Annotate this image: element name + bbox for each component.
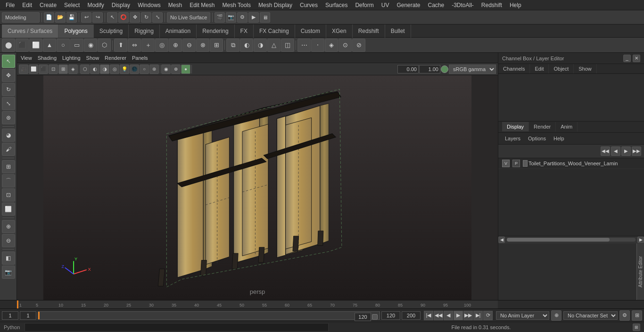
open-file-btn[interactable]: 📂: [55, 12, 66, 23]
move-tool[interactable]: ✥: [130, 12, 140, 23]
vp-display-btn[interactable]: ⊕: [171, 65, 181, 74]
cb-show[interactable]: Show: [574, 64, 597, 73]
history-btn[interactable]: ⊕: [2, 220, 15, 233]
menu-windows[interactable]: Windows: [134, 1, 165, 9]
vp-filmgate-btn[interactable]: ⬜: [29, 65, 38, 74]
go-to-start-btn[interactable]: |◀: [424, 311, 433, 320]
booleans-btn[interactable]: ⊗: [196, 39, 209, 52]
plane-btn[interactable]: ▭: [70, 39, 83, 52]
menu-uv[interactable]: UV: [378, 1, 393, 9]
scale-tool[interactable]: ⤡: [152, 12, 163, 23]
move-btn[interactable]: ✥: [2, 69, 15, 82]
tab-custom[interactable]: Custom: [295, 24, 326, 38]
current-frame-input[interactable]: [2, 311, 18, 320]
options-menu[interactable]: Options: [525, 135, 549, 142]
next-key-btn[interactable]: ▶|: [473, 311, 483, 320]
save-file-btn[interactable]: 💾: [66, 12, 77, 23]
menu-file[interactable]: File: [2, 1, 18, 9]
vp-hq-btn[interactable]: ⊛: [149, 65, 159, 74]
char-set-btn2[interactable]: ⊞: [632, 310, 642, 321]
menu-edit[interactable]: Edit: [18, 1, 36, 9]
cb-edit[interactable]: Edit: [530, 64, 549, 73]
vp-resolution-btn[interactable]: ⬛: [39, 65, 48, 74]
vp-wireframe-btn[interactable]: ⬡: [80, 65, 90, 74]
subdiv-btn[interactable]: ⧉: [226, 39, 239, 52]
layer-visibility-btn[interactable]: V: [502, 160, 510, 167]
cylinder-btn[interactable]: ⬜: [29, 39, 42, 52]
menu-cache[interactable]: Cache: [424, 1, 448, 9]
cone-btn[interactable]: ▲: [43, 39, 56, 52]
range-end-btn[interactable]: [372, 314, 378, 320]
offset-btn[interactable]: ⬝: [311, 39, 324, 52]
vp-safe-btn[interactable]: ⊡: [49, 65, 58, 74]
cb-object[interactable]: Object: [549, 64, 574, 73]
vp-grid-btn[interactable]: ⊞: [58, 65, 68, 74]
tab-fx[interactable]: FX: [235, 24, 254, 38]
paint-btn[interactable]: 🖌: [2, 143, 15, 156]
rotate-tool[interactable]: ↻: [141, 12, 151, 23]
render-settings-btn[interactable]: ⚙: [237, 12, 248, 23]
menu-generate[interactable]: Generate: [393, 1, 424, 9]
cb-channels[interactable]: Channels: [498, 64, 530, 73]
scroll-right-btn[interactable]: ▶: [637, 236, 644, 243]
layer-tab-render[interactable]: Render: [529, 122, 556, 131]
layer-move-up-btn[interactable]: ◀◀: [601, 146, 610, 156]
select-btn[interactable]: ↖: [2, 55, 15, 68]
bevel-btn[interactable]: ◈: [325, 39, 338, 52]
layer-tab-display[interactable]: Display: [502, 122, 529, 131]
prev-key-btn[interactable]: ◀◀: [434, 311, 443, 320]
layer-scrollbar[interactable]: [507, 238, 636, 242]
menu-mesh[interactable]: Mesh: [165, 1, 186, 9]
extrude-btn[interactable]: ⬆: [114, 39, 127, 52]
char-set-btn1[interactable]: ⚙: [619, 310, 630, 321]
menu-deform[interactable]: Deform: [351, 1, 377, 9]
snap-point-btn[interactable]: ⊡: [2, 188, 15, 202]
ipr-btn[interactable]: 📷: [226, 12, 236, 23]
scroll-left-btn[interactable]: ◀: [498, 236, 505, 243]
tab-animation[interactable]: Animation: [160, 24, 197, 38]
vp-isolate-btn[interactable]: ◉: [161, 65, 171, 74]
triangulate-btn[interactable]: △: [267, 39, 281, 52]
menu-modify[interactable]: Modify: [83, 1, 107, 9]
layer-move-down-btn[interactable]: ▶: [621, 146, 631, 156]
tab-fx-caching[interactable]: FX Caching: [254, 24, 295, 38]
mirror-btn[interactable]: ⊞: [210, 39, 223, 52]
select-tool[interactable]: ↖: [107, 12, 117, 23]
play-fwd-btn[interactable]: ▶: [454, 311, 463, 320]
playback-end-input[interactable]: [381, 311, 400, 320]
insert-edge-btn[interactable]: ⋯: [297, 39, 311, 52]
next-frame-btn[interactable]: ▶▶: [463, 311, 473, 320]
separate-btn[interactable]: ⊖: [182, 39, 196, 52]
vp-menu-view[interactable]: View: [21, 55, 32, 61]
timeline-ruler[interactable]: 1 5 10 15 20 25 30 35 40 45 50 55 60 65 …: [17, 300, 498, 309]
combine-btn[interactable]: ⊕: [169, 39, 182, 52]
vp-menu-panels[interactable]: Panels: [132, 55, 148, 61]
vp-menu-renderer[interactable]: Renderer: [105, 55, 126, 61]
script-input[interactable]: [25, 323, 329, 332]
scene-canvas[interactable]: X Y Z persp: [17, 75, 498, 300]
layer-render-btn[interactable]: P: [512, 160, 520, 167]
workspace-dropdown[interactable]: Modeling: [2, 12, 40, 23]
reduce-btn[interactable]: ◑: [254, 39, 267, 52]
disk-btn[interactable]: ◉: [84, 39, 97, 52]
menu-3dtool[interactable]: -3DtoAll-: [448, 1, 478, 9]
range-end-input[interactable]: [355, 313, 371, 321]
layer-move-up2-btn[interactable]: ◀: [611, 146, 620, 156]
lasso-tool[interactable]: ⭕: [118, 12, 129, 23]
menu-select[interactable]: Select: [60, 1, 83, 9]
vp-value2[interactable]: [419, 65, 440, 73]
tab-redshift[interactable]: Redshift: [353, 24, 385, 38]
attribute-editor-tab[interactable]: Attribute Editor: [636, 243, 644, 300]
soft-select-btn[interactable]: ◕: [2, 129, 15, 142]
cube-btn[interactable]: ⬛: [16, 39, 29, 52]
vp-cam-btn[interactable]: 🎥: [19, 65, 28, 74]
char-set-dropdown[interactable]: No Character Set: [563, 311, 618, 320]
tab-xgen[interactable]: XGen: [326, 24, 353, 38]
layer-row[interactable]: V P Toilet_Partitions_Wood_Veneer_Lamin: [498, 158, 644, 169]
rotate-btn[interactable]: ↻: [2, 83, 15, 96]
panel-minimize-btn[interactable]: _: [623, 55, 631, 62]
vp-menu-shading[interactable]: Shading: [38, 55, 57, 61]
render-btn[interactable]: 🎬: [215, 12, 225, 23]
menu-edit-mesh[interactable]: Edit Mesh: [186, 1, 218, 9]
snap-grid-btn[interactable]: ⊞: [2, 160, 15, 173]
